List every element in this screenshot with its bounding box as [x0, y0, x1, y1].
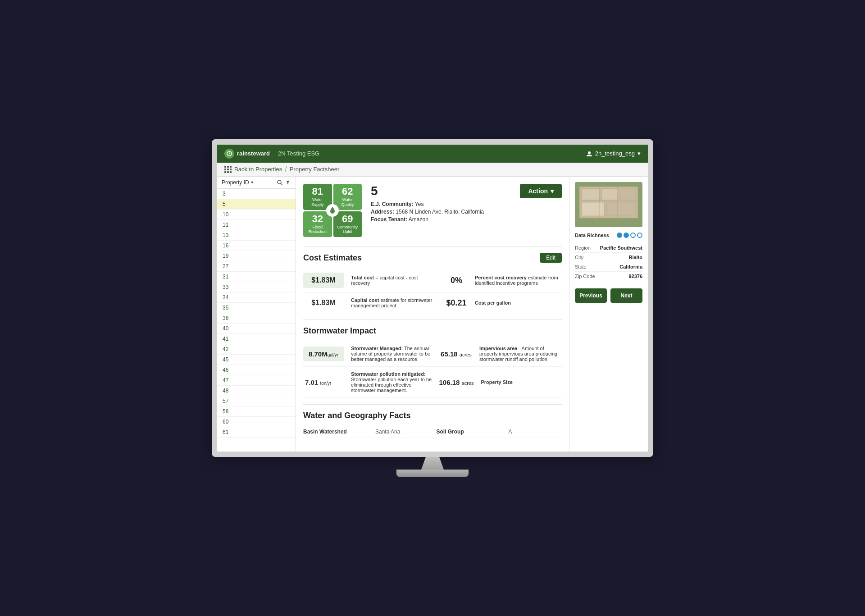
- meta-zip: Zip Code 92376: [575, 272, 642, 281]
- meta-region: Region Pacific Southwest: [575, 243, 642, 253]
- edit-button[interactable]: Edit: [540, 253, 562, 263]
- water-geography-header: Water and Geography Facts: [303, 411, 562, 420]
- search-icon[interactable]: [277, 179, 283, 186]
- zip-label: Zip Code: [575, 274, 595, 279]
- community-uplift-value: 69: [342, 214, 353, 224]
- sidebar-item[interactable]: 45: [217, 355, 296, 365]
- community-uplift-label: CommunityUplift: [337, 225, 358, 235]
- sidebar-item[interactable]: 33: [217, 282, 296, 292]
- score-grid: 81 WaterSupply 62 WaterQuality 32 FloodR…: [303, 184, 362, 237]
- stand-base: [396, 470, 469, 477]
- water-quality-score: 62 WaterQuality: [333, 184, 362, 210]
- svg-point-1: [588, 151, 591, 154]
- username: 2n_testing_esg: [595, 150, 635, 157]
- stormwater-impact-section: Stormwater Impact 8.70Mgal/yr Stormwater…: [303, 319, 562, 398]
- flood-reduction-label: FloodReduction: [308, 225, 327, 235]
- sidebar-item[interactable]: 31: [217, 272, 296, 282]
- stormwater-managed-value: 8.70Mgal/yr: [303, 347, 344, 361]
- sort-icon[interactable]: [285, 179, 291, 186]
- state-value: California: [619, 264, 642, 269]
- next-button[interactable]: Next: [610, 288, 642, 303]
- svg-rect-8: [620, 189, 636, 200]
- monitor-stand: [212, 457, 653, 477]
- sidebar-item[interactable]: 41: [217, 334, 296, 344]
- cost-row-total: $1.83M Total cost = capital cost - cost …: [303, 268, 562, 293]
- soil-group-value: A: [508, 429, 512, 435]
- previous-button[interactable]: Previous: [575, 288, 607, 303]
- property-size-value: 106.18 acres: [439, 379, 474, 386]
- sidebar-item[interactable]: 13: [217, 230, 296, 241]
- total-cost-desc: Total cost = capital cost - cost recover…: [351, 275, 438, 286]
- community-uplift-score: 69 CommunityUplift: [333, 211, 362, 237]
- sidebar-item[interactable]: 57: [217, 396, 296, 406]
- sidebar-item[interactable]: 60: [217, 417, 296, 427]
- address: Address: 1568 N Linden Ave, Rialto, Cali…: [371, 209, 511, 215]
- sidebar-item[interactable]: 19: [217, 251, 296, 261]
- sidebar-item[interactable]: 10: [217, 210, 296, 220]
- sidebar-item[interactable]: 42: [217, 344, 296, 355]
- nav-left: rainsteward 2N Testing ESG: [224, 149, 319, 159]
- grid-menu-icon[interactable]: [224, 166, 232, 173]
- sidebar-item[interactable]: 38: [217, 313, 296, 324]
- zip-value: 92376: [628, 274, 642, 279]
- geo-row: Basin Watershed Santa Ana Soil Group A: [303, 426, 562, 438]
- sidebar-item[interactable]: 58: [217, 406, 296, 417]
- sidebar: Property ID ▾ 3 5 10: [217, 177, 296, 452]
- water-geography-section: Water and Geography Facts Basin Watershe…: [303, 404, 562, 438]
- cost-estimates-title: Cost Estimates: [303, 253, 362, 263]
- breadcrumb-bar: Back to Properties / Property Factsheet: [217, 163, 648, 177]
- stand-neck: [421, 457, 444, 470]
- sidebar-item[interactable]: 3: [217, 189, 296, 199]
- richness-dot-1: [617, 233, 622, 238]
- sidebar-item[interactable]: 40: [217, 324, 296, 334]
- water-drop-icon: [326, 204, 339, 217]
- richness-dots: [617, 233, 642, 238]
- stormwater-row-managed: 8.70Mgal/yr Stormwater Managed: The annu…: [303, 341, 562, 367]
- sidebar-item[interactable]: 5: [217, 199, 296, 210]
- cost-per-gallon-value: $0.21: [445, 298, 468, 308]
- sidebar-item[interactable]: 27: [217, 261, 296, 272]
- breadcrumb-separator: /: [285, 165, 287, 173]
- property-size-label: Property Size: [481, 379, 562, 385]
- richness-dot-2: [624, 233, 629, 238]
- state-label: State: [575, 264, 587, 269]
- region-label: Region: [575, 245, 591, 251]
- cost-row-capital: $1.83M Capital cost estimate for stormwa…: [303, 293, 562, 313]
- property-id: 5: [371, 184, 511, 198]
- impervious-area-value: 65.18 acres: [441, 350, 472, 358]
- sidebar-item[interactable]: 11: [217, 220, 296, 230]
- stormwater-header: Stormwater Impact: [303, 326, 562, 336]
- user-icon: [586, 151, 592, 157]
- stormwater-row-pollution: 7.01 ton/yr Stormwater pollution mitigat…: [303, 367, 562, 398]
- cost-recovery-percent: 0%: [445, 276, 468, 285]
- sidebar-item[interactable]: 48: [217, 386, 296, 396]
- flood-reduction-score: 32 FloodReduction: [303, 211, 332, 237]
- sidebar-item[interactable]: 16: [217, 241, 296, 251]
- app-logo[interactable]: rainsteward: [224, 149, 270, 159]
- content-area: 81 WaterSupply 62 WaterQuality 32 FloodR…: [296, 177, 569, 452]
- top-navigation: rainsteward 2N Testing ESG 2n_testing_es…: [217, 145, 648, 163]
- action-button[interactable]: Action ▾: [520, 184, 562, 198]
- water-quality-value: 62: [342, 187, 353, 196]
- richness-dot-4: [637, 233, 642, 238]
- sidebar-item[interactable]: 46: [217, 365, 296, 375]
- org-name: 2N Testing ESG: [278, 150, 319, 157]
- sidebar-item[interactable]: 61: [217, 427, 296, 438]
- property-aerial-image: [575, 182, 642, 227]
- cost-per-gallon-label: Cost per gallon: [475, 300, 562, 306]
- water-geography-title: Water and Geography Facts: [303, 411, 410, 420]
- water-quality-label: WaterQuality: [341, 197, 354, 207]
- sidebar-item[interactable]: 47: [217, 375, 296, 386]
- basin-watershed-label: Basin Watershed: [303, 429, 357, 435]
- svg-rect-10: [606, 202, 636, 216]
- water-supply-value: 81: [312, 187, 323, 196]
- filter-label: Property ID: [222, 179, 249, 186]
- sidebar-item[interactable]: 34: [217, 292, 296, 303]
- sidebar-item[interactable]: 35: [217, 303, 296, 313]
- filter-dropdown-icon[interactable]: ▾: [251, 180, 253, 185]
- region-value: Pacific Southwest: [600, 245, 642, 251]
- ej-community: E.J. Community: Yes: [371, 201, 511, 207]
- back-to-properties-link[interactable]: Back to Properties: [234, 166, 282, 173]
- user-dropdown-icon[interactable]: ▾: [637, 150, 641, 157]
- cost-estimates-section: Cost Estimates Edit $1.83M Total cost = …: [303, 246, 562, 313]
